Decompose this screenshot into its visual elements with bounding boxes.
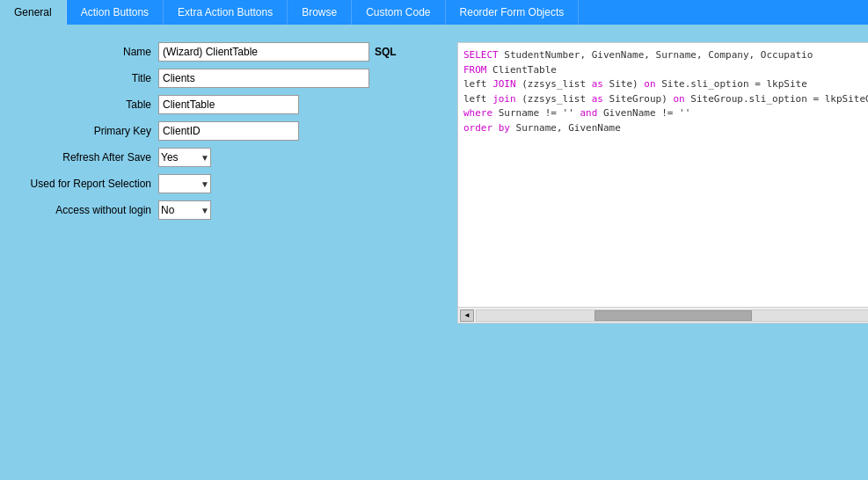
- used-for-report-row: Used for Report Selection Yes No ▼: [18, 174, 440, 193]
- refresh-after-save-select[interactable]: Yes No: [158, 148, 211, 167]
- tab-browse[interactable]: Browse: [288, 0, 352, 25]
- tab-general[interactable]: General: [0, 0, 67, 25]
- primary-key-input[interactable]: [158, 121, 299, 141]
- access-without-login-wrapper: No Yes ▼: [158, 200, 211, 220]
- name-label: Name: [18, 46, 158, 58]
- refresh-after-save-wrapper: Yes No ▼: [158, 148, 211, 167]
- access-without-login-label: Access without login: [18, 204, 158, 216]
- tab-reorder-form-objects[interactable]: Reorder Form Objects: [446, 0, 580, 25]
- tab-extra-action-buttons[interactable]: Extra Action Buttons: [164, 0, 288, 25]
- title-row: Title: [18, 69, 440, 88]
- tab-action-buttons[interactable]: Action Buttons: [67, 0, 164, 25]
- used-for-report-select[interactable]: Yes No: [158, 174, 211, 193]
- scroll-left-button[interactable]: ◄: [460, 309, 474, 322]
- primary-key-label: Primary Key: [18, 125, 158, 137]
- access-without-login-select[interactable]: No Yes: [158, 200, 211, 220]
- sql-editor-panel: SELECT StudentNumber, GivenName, Surname…: [457, 42, 868, 324]
- access-without-login-row: Access without login No Yes ▼: [18, 200, 440, 220]
- scroll-thumb[interactable]: [594, 310, 752, 321]
- tab-bar: General Action Buttons Extra Action Butt…: [0, 0, 868, 25]
- sql-label[interactable]: SQL: [375, 46, 397, 58]
- primary-key-row: Primary Key: [18, 121, 440, 141]
- refresh-after-save-label: Refresh After Save: [18, 151, 158, 164]
- used-for-report-label: Used for Report Selection: [18, 178, 158, 190]
- name-row: Name SQL: [18, 42, 440, 62]
- table-label: Table: [18, 98, 158, 111]
- table-row: Table: [18, 95, 440, 114]
- main-content: Name SQL Title Table Primary Key Refresh…: [0, 25, 868, 480]
- left-panel: Name SQL Title Table Primary Key Refresh…: [18, 42, 440, 462]
- tab-custom-code[interactable]: Custom Code: [352, 0, 445, 25]
- title-input[interactable]: [158, 69, 369, 88]
- scroll-track[interactable]: [476, 309, 868, 322]
- sql-editor[interactable]: SELECT StudentNumber, GivenName, Surname…: [458, 43, 868, 307]
- horizontal-scrollbar: ◄ ►: [458, 307, 868, 323]
- table-input[interactable]: [158, 95, 299, 114]
- name-input[interactable]: [158, 42, 369, 62]
- refresh-after-save-row: Refresh After Save Yes No ▼: [18, 148, 440, 167]
- used-for-report-wrapper: Yes No ▼: [158, 174, 211, 193]
- title-label: Title: [18, 72, 158, 84]
